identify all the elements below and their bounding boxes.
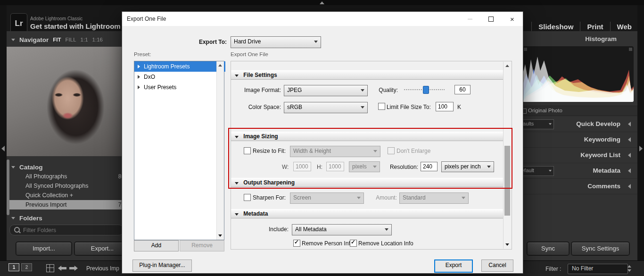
sync-button[interactable]: Sync — [527, 242, 569, 255]
close-button[interactable]: × — [502, 12, 523, 26]
scroll-up-icon[interactable] — [218, 64, 222, 67]
zoom-option-fit[interactable]: FIT — [53, 37, 61, 42]
sharpen-target-combo[interactable]: Screen — [290, 192, 364, 204]
close-icon: × — [510, 16, 514, 23]
section-comments[interactable]: Comments — [519, 179, 637, 194]
maximize-button[interactable] — [480, 12, 502, 26]
amount-combo[interactable]: Standard — [399, 192, 469, 204]
image-sizing-header[interactable]: Image Sizing — [231, 132, 505, 141]
minimize-icon — [468, 19, 472, 19]
preset-item-dxo[interactable]: DxO — [134, 72, 225, 82]
check-icon: ✓ — [351, 239, 355, 245]
histogram-panel[interactable] — [522, 46, 634, 102]
slider-thumb[interactable] — [423, 86, 429, 94]
remove-preset-button[interactable]: Remove — [180, 240, 224, 251]
grid-view-icon[interactable] — [46, 264, 54, 272]
export-to-combo[interactable]: Hard Drive — [231, 36, 321, 48]
export-confirm-button[interactable]: Export — [434, 259, 473, 273]
saved-preset-combo[interactable]: faults — [519, 119, 554, 129]
section-metadata[interactable]: efault Metadata — [519, 163, 637, 179]
module-tab-print[interactable]: Print — [580, 22, 610, 32]
width-input[interactable] — [293, 162, 311, 171]
dont-enlarge-checkbox[interactable] — [388, 147, 395, 154]
module-picker: Slideshow Print Web — [531, 22, 638, 32]
secondary-display-button[interactable]: 2 — [21, 263, 32, 271]
collapse-triangle-icon — [11, 39, 15, 41]
amount-label: Amount: — [372, 194, 397, 201]
limit-file-size-input[interactable] — [436, 102, 454, 111]
metadata-preset-combo[interactable]: efault — [519, 166, 554, 176]
settings-scrollbar[interactable] — [503, 62, 511, 249]
import-button[interactable]: Import... — [16, 242, 72, 255]
scroll-down-icon[interactable] — [505, 243, 509, 246]
highlight-clipping-icon[interactable] — [629, 48, 632, 51]
filter-toggle[interactable] — [626, 264, 633, 273]
preset-item-user-presets[interactable]: User Presets — [134, 82, 225, 92]
resize-mode-combo[interactable]: Width & Height — [290, 146, 380, 157]
catalog-header[interactable]: Catalog — [7, 161, 43, 173]
navigator-header[interactable]: Navigator FIT FILL 1:1 1:16 — [7, 34, 103, 45]
expander-icon[interactable] — [138, 65, 140, 68]
zoom-option-1-16[interactable]: 1:16 — [92, 37, 103, 42]
left-panel-collapse-icon[interactable] — [1, 146, 5, 151]
preset-list-scrollbar[interactable] — [216, 61, 224, 240]
app-headline: Get started with Lightroom — [30, 22, 121, 30]
catalog-item-all-synced[interactable]: All Synced Photographs — [7, 181, 137, 191]
sync-settings-button[interactable]: Sync Settings — [571, 242, 629, 255]
zoom-option-1-1[interactable]: 1:1 — [81, 37, 88, 42]
expander-icon[interactable] — [138, 85, 140, 89]
resize-to-fit-checkbox[interactable] — [244, 147, 251, 154]
zoom-option-fill[interactable]: FILL — [66, 37, 76, 42]
module-tab-slideshow[interactable]: Slideshow — [531, 22, 580, 32]
filmstrip-filter-combo[interactable]: No Filter — [568, 264, 628, 274]
next-photo-icon[interactable] — [69, 266, 78, 271]
catalog-item-previous-import[interactable]: Previous Import 73 — [7, 200, 137, 209]
folders-header[interactable]: Folders — [7, 212, 42, 224]
remove-person-checkbox[interactable]: ✓ — [293, 240, 300, 247]
section-quick-develop[interactable]: faults Quick Develop — [519, 117, 637, 132]
scroll-up-icon[interactable] — [505, 65, 509, 67]
primary-display-button[interactable]: 1 — [8, 263, 19, 271]
resolution-input[interactable] — [421, 162, 438, 171]
scrollbar-thumb[interactable] — [504, 146, 510, 216]
quality-input[interactable] — [454, 85, 471, 94]
chevron-down-icon — [549, 170, 552, 172]
remove-location-checkbox[interactable]: ✓ — [350, 240, 357, 247]
expander-icon[interactable] — [138, 75, 140, 79]
dialog-titlebar[interactable]: Export One File × — [122, 12, 523, 26]
file-settings-header[interactable]: File Settings — [231, 70, 505, 80]
cancel-button[interactable]: Cancel — [481, 259, 513, 272]
shadow-clipping-icon[interactable] — [524, 48, 527, 51]
right-panel-collapse-icon[interactable] — [639, 146, 643, 151]
minimize-button[interactable] — [459, 12, 480, 26]
resolution-unit-combo[interactable]: pixels per inch — [441, 161, 494, 172]
output-sharpening-header[interactable]: Output Sharpening — [231, 178, 505, 187]
size-unit-combo[interactable]: pixels — [349, 161, 380, 172]
add-preset-button[interactable]: Add — [134, 240, 179, 251]
metadata-header[interactable]: Metadata — [231, 209, 505, 218]
filter-folders-input[interactable] — [22, 226, 118, 234]
navigator-preview-photo[interactable] — [7, 47, 137, 156]
plugin-manager-button[interactable]: Plug-in Manager... — [132, 259, 192, 272]
catalog-item-quick-collection[interactable]: Quick Collection + — [7, 191, 137, 200]
scroll-down-icon[interactable] — [218, 234, 222, 237]
histogram-chart — [522, 46, 634, 102]
section-keyword-list[interactable]: Keyword List — [519, 148, 637, 163]
catalog-item-all-photographs[interactable]: All Photographs 80 — [7, 172, 137, 181]
color-space-combo[interactable]: sRGB — [284, 102, 368, 113]
width-label: W: — [282, 164, 289, 170]
section-keywording[interactable]: Keywording — [519, 132, 637, 148]
preset-label: Preset: — [134, 51, 151, 57]
sharpen-for-checkbox[interactable] — [244, 194, 251, 201]
limit-file-size-checkbox[interactable] — [378, 103, 385, 110]
height-input[interactable] — [326, 162, 344, 171]
previous-photo-icon[interactable] — [58, 266, 66, 271]
preset-item-lightroom-presets[interactable]: Lightroom Presets — [134, 61, 225, 72]
image-format-combo[interactable]: JPEG — [284, 85, 368, 96]
include-combo[interactable]: All Metadata — [292, 224, 392, 235]
module-tab-web[interactable]: Web — [610, 22, 638, 32]
left-panel-scrollbar-thumb[interactable] — [7, 159, 9, 215]
section-expand-icon — [628, 184, 631, 189]
quality-slider[interactable] — [404, 85, 445, 94]
top-panel-reveal-icon[interactable] — [320, 1, 324, 4]
